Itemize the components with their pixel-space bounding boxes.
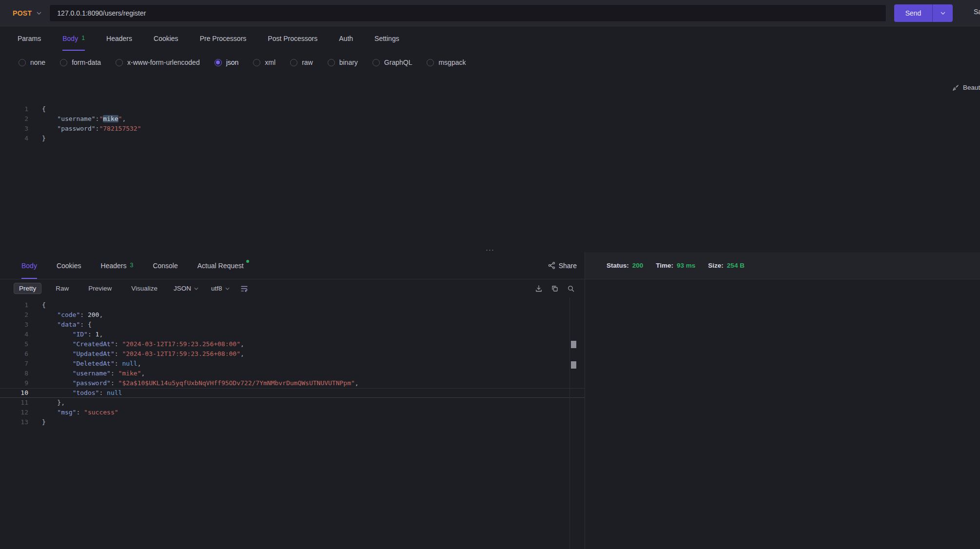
body-type-xml[interactable]: xml xyxy=(253,59,275,66)
response-tab-headers[interactable]: Headers3 xyxy=(101,252,134,279)
share-label: Share xyxy=(559,262,577,270)
download-button[interactable] xyxy=(535,285,543,293)
code-line-12[interactable]: 12 "msg": "success" xyxy=(0,408,585,417)
response-tab-actual-request[interactable]: Actual Request xyxy=(197,252,249,279)
line-number: 11 xyxy=(0,398,28,408)
stat-value: 200 xyxy=(632,262,644,269)
stat-time-: Time:93 ms xyxy=(656,262,695,269)
request-tab-settings[interactable]: Settings xyxy=(374,26,399,51)
code-line-13[interactable]: 13} xyxy=(0,417,585,427)
request-json-editor[interactable]: 1{2 "username":"mike",3 "password":"7821… xyxy=(0,74,980,143)
select-utf8[interactable]: utf8 xyxy=(211,285,230,292)
select-value: utf8 xyxy=(211,285,222,292)
code-line-5[interactable]: 5 "CreatedAt": "2024-03-12T17:59:23.256+… xyxy=(0,339,585,349)
radio-icon xyxy=(328,59,335,66)
scrollbar-track[interactable] xyxy=(569,297,570,549)
request-tab-pre-processors[interactable]: Pre Processors xyxy=(200,26,247,51)
stat-label: Status: xyxy=(607,262,629,269)
tab-count-badge: 1 xyxy=(81,35,85,41)
save-button[interactable]: Save xyxy=(974,8,980,16)
response-tab-console[interactable]: Console xyxy=(153,252,177,279)
view-raw[interactable]: Raw xyxy=(50,283,74,294)
view-pretty[interactable]: Pretty xyxy=(14,283,41,294)
radio-icon xyxy=(60,59,67,66)
response-json-editor[interactable]: 1{2 "code": 200,3 "data": {4 "ID": 1,5 "… xyxy=(0,297,585,549)
code-line-4[interactable]: 4 "ID": 1, xyxy=(0,330,585,339)
body-type-binary[interactable]: binary xyxy=(328,59,358,66)
code-line-3[interactable]: 3 "password":"782157532" xyxy=(0,124,980,134)
response-content: PrettyRawPreviewVisualize JSONutf8 xyxy=(0,279,980,549)
panel-splitter[interactable]: ··· xyxy=(0,247,980,252)
radio-icon xyxy=(427,59,434,66)
request-tab-auth[interactable]: Auth xyxy=(339,26,353,51)
stat-label: Time: xyxy=(656,262,673,269)
body-type-form-data[interactable]: form-data xyxy=(60,59,101,66)
code-line-6[interactable]: 6 "UpdatedAt": "2024-03-12T17:59:23.256+… xyxy=(0,349,585,359)
code-text: { xyxy=(28,300,46,310)
code-text: "code": 200, xyxy=(28,310,103,320)
response-section: BodyCookiesHeaders3ConsoleActual Request… xyxy=(0,252,980,549)
code-text: "password":"782157532" xyxy=(28,124,141,134)
request-tab-post-processors[interactable]: Post Processors xyxy=(268,26,317,51)
tab-label: Post Processors xyxy=(268,35,317,42)
beautify-icon xyxy=(952,84,960,91)
tab-label: Headers xyxy=(101,262,127,270)
word-wrap-button[interactable] xyxy=(240,285,248,293)
tab-label: Actual Request xyxy=(197,262,244,270)
line-number: 8 xyxy=(0,369,28,378)
tab-label: Cookies xyxy=(57,262,81,270)
code-text: "CreatedAt": "2024-03-12T17:59:23.256+08… xyxy=(28,339,244,349)
body-type-raw[interactable]: raw xyxy=(290,59,313,66)
overview-ruler-mark xyxy=(571,341,576,348)
code-line-1[interactable]: 1{ xyxy=(0,300,585,310)
view-preview[interactable]: Preview xyxy=(83,283,117,294)
body-type-msgpack[interactable]: msgpack xyxy=(427,59,466,66)
code-text: "data": { xyxy=(28,320,92,330)
response-tab-body[interactable]: Body xyxy=(21,252,37,279)
code-text: "UpdatedAt": "2024-03-12T17:59:23.256+08… xyxy=(28,349,244,359)
url-input[interactable]: 127.0.0.1:8090/users/register xyxy=(49,4,886,22)
request-tab-body[interactable]: Body1 xyxy=(62,26,85,51)
code-line-3[interactable]: 3 "data": { xyxy=(0,320,585,330)
stat-status-: Status:200 xyxy=(607,262,643,269)
method-label: POST xyxy=(13,9,32,17)
search-button[interactable] xyxy=(567,285,575,293)
send-options-button[interactable] xyxy=(932,4,953,22)
tab-label: Headers xyxy=(106,35,132,42)
body-type-json[interactable]: json xyxy=(215,59,239,66)
code-line-9[interactable]: 9 "password": "$2a$10$UKL14u5yqfUxbNqVHf… xyxy=(0,378,585,388)
radio-icon xyxy=(253,59,260,66)
view-visualize[interactable]: Visualize xyxy=(126,283,163,294)
body-type-label: raw xyxy=(302,59,313,66)
body-type-x-www-form-urlencoded[interactable]: x-www-form-urlencoded xyxy=(116,59,200,66)
line-number: 5 xyxy=(0,339,28,349)
code-line-10[interactable]: 10 "todos": null xyxy=(0,388,585,398)
response-tab-cookies[interactable]: Cookies xyxy=(57,252,81,279)
beautify-button[interactable]: Beautify xyxy=(952,84,980,91)
select-json[interactable]: JSON xyxy=(174,285,198,292)
code-line-2[interactable]: 2 "code": 200, xyxy=(0,310,585,320)
stat-value: 254 B xyxy=(727,262,745,269)
request-tab-params[interactable]: Params xyxy=(18,26,41,51)
request-tab-cookies[interactable]: Cookies xyxy=(154,26,178,51)
request-tab-headers[interactable]: Headers xyxy=(106,26,132,51)
download-icon xyxy=(535,285,543,293)
line-number: 1 xyxy=(0,104,28,114)
body-type-graphql[interactable]: GraphQL xyxy=(372,59,412,66)
code-line-7[interactable]: 7 "DeletedAt": null, xyxy=(0,359,585,369)
body-type-none[interactable]: none xyxy=(19,59,45,66)
search-icon xyxy=(567,285,575,293)
code-line-8[interactable]: 8 "username": "mike", xyxy=(0,369,585,378)
send-button[interactable]: Send xyxy=(894,4,932,22)
code-line-2[interactable]: 2 "username":"mike", xyxy=(0,114,980,124)
request-tabs: ParamsBody1HeadersCookiesPre ProcessorsP… xyxy=(0,26,980,51)
copy-button[interactable] xyxy=(551,285,559,293)
tab-label: Params xyxy=(18,35,41,42)
code-line-11[interactable]: 11 }, xyxy=(0,398,585,408)
radio-icon xyxy=(19,59,26,66)
request-body-editor[interactable]: Beautify 1{2 "username":"mike",3 "passwo… xyxy=(0,74,980,247)
code-line-4[interactable]: 4} xyxy=(0,134,980,143)
code-line-1[interactable]: 1{ xyxy=(0,104,980,114)
share-button[interactable]: Share xyxy=(548,262,577,270)
method-select[interactable]: POST xyxy=(13,9,41,17)
